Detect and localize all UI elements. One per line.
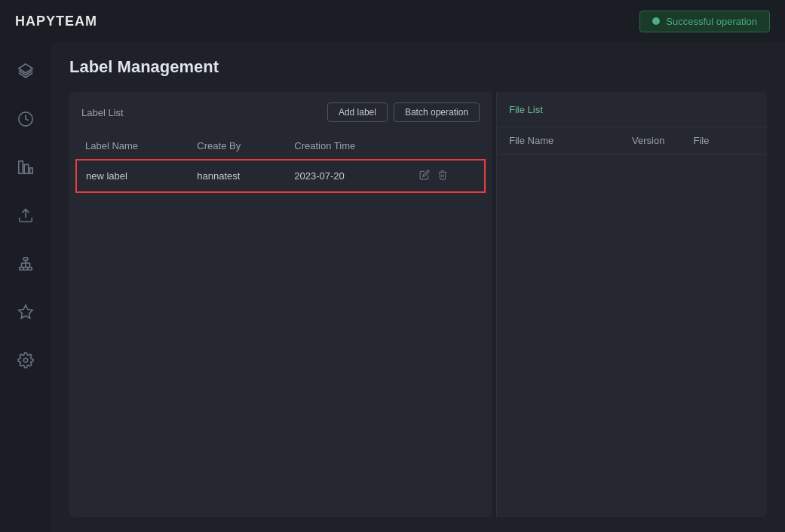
cell-label-name: new label <box>76 160 188 192</box>
file-col-type: File <box>694 135 756 146</box>
content-area: Label Management Label List Add label Ba… <box>51 42 785 532</box>
svg-rect-7 <box>20 268 24 271</box>
file-panel: File List File Name Version File <box>496 92 767 517</box>
sidebar-icon-star[interactable] <box>12 298 39 326</box>
delete-icon[interactable] <box>437 170 448 182</box>
cell-creation-time: 2023-07-20 <box>285 160 409 192</box>
sidebar-icon-clock[interactable] <box>12 105 39 133</box>
success-dot-icon <box>652 17 660 25</box>
sidebar-icon-export[interactable] <box>12 202 39 229</box>
col-create-by: Create By <box>188 133 285 160</box>
batch-operation-button[interactable]: Batch operation <box>394 102 480 122</box>
svg-rect-6 <box>23 258 28 261</box>
sidebar-icon-chart[interactable] <box>12 154 39 181</box>
file-panel-title: File List <box>509 104 543 115</box>
svg-marker-15 <box>19 305 32 318</box>
app-header: HAPYTEAM Successful operation <box>0 0 785 42</box>
col-creation-time: Creation Time <box>285 133 409 160</box>
success-message: Successful operation <box>666 16 757 27</box>
sidebar-icon-hierarchy[interactable] <box>12 250 39 277</box>
main-layout: Label Management Label List Add label Ba… <box>0 42 785 532</box>
page-title: Label Management <box>69 57 767 77</box>
col-actions <box>410 133 485 160</box>
svg-rect-9 <box>28 268 32 271</box>
sidebar-icon-settings[interactable] <box>12 347 39 374</box>
col-label-name: Label Name <box>76 133 188 160</box>
label-table: Label Name Create By Creation Time new l… <box>75 133 486 193</box>
sidebar-icon-layers[interactable] <box>12 57 39 84</box>
table-row[interactable]: new label hannatest 2023-07-20 <box>76 160 485 192</box>
svg-rect-3 <box>24 164 29 173</box>
cell-create-by: hannatest <box>188 160 285 192</box>
svg-rect-4 <box>30 168 33 173</box>
label-table-header-row: Label Name Create By Creation Time <box>76 133 485 160</box>
svg-rect-8 <box>23 268 28 271</box>
label-table-container: Label Name Create By Creation Time new l… <box>69 133 492 517</box>
app-logo: HAPYTEAM <box>15 14 97 29</box>
file-table-header: File Name Version File <box>497 127 767 154</box>
label-panel-header: Label List Add label Batch operation <box>69 92 492 133</box>
edit-icon[interactable] <box>419 170 430 182</box>
label-panel-title: Label List <box>81 107 124 118</box>
add-label-button[interactable]: Add label <box>327 102 388 122</box>
svg-point-16 <box>23 358 28 362</box>
cell-actions <box>410 160 485 192</box>
label-panel-actions: Add label Batch operation <box>327 102 480 122</box>
file-col-name: File Name <box>509 135 632 146</box>
sidebar <box>0 42 51 532</box>
file-panel-header: File List <box>497 92 767 127</box>
success-notification: Successful operation <box>639 11 770 32</box>
panels-container: Label List Add label Batch operation Lab… <box>69 92 767 517</box>
row-actions <box>419 170 475 182</box>
file-col-version: Version <box>632 135 694 146</box>
svg-rect-2 <box>19 161 23 174</box>
label-panel: Label List Add label Batch operation Lab… <box>69 92 492 517</box>
